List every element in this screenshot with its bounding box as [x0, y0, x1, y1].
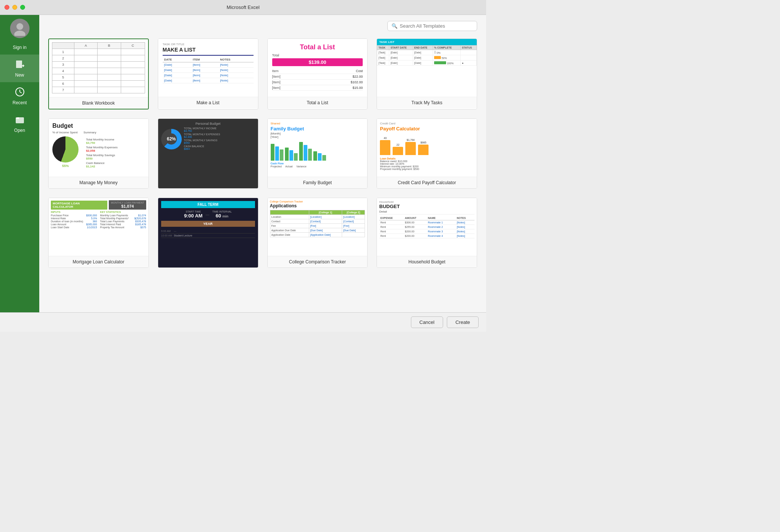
- new-icon: [15, 59, 25, 71]
- template-card-family-budget[interactable]: Shared Family Budget [Month][Year]: [267, 118, 368, 189]
- template-label-household-budget: Household Budget: [377, 256, 477, 267]
- template-preview-household-budget: Household BUDGET Detail EXPENSEAMOUNTNAM…: [377, 198, 477, 256]
- search-bar[interactable]: 🔍: [387, 21, 477, 31]
- new-label: New: [15, 72, 24, 78]
- template-card-household-budget[interactable]: Household BUDGET Detail EXPENSEAMOUNTNAM…: [377, 198, 477, 268]
- template-label-track-my-tasks: Track My Tasks: [377, 97, 477, 108]
- template-label-credit-card-payoff: Credit Card Payoff Calculator: [377, 177, 477, 188]
- template-preview-blank-workbook: A B C 1 2 3 4 5 6 7: [49, 39, 148, 97]
- main-layout: Sign in New Recent: [0, 15, 486, 312]
- maximize-button[interactable]: [20, 5, 25, 10]
- template-preview-personal-budget: Personal Budget 62% TOTAL MONTHLY INCOME…: [158, 119, 258, 188]
- cancel-button[interactable]: Cancel: [411, 316, 443, 328]
- template-label-personal-budget: Personal Budget: [158, 188, 258, 189]
- template-card-manage-my-money[interactable]: Budget % of Income Spent Summary 55% Tot…: [48, 118, 149, 189]
- template-card-college-comparison[interactable]: College Comparison Tracker Applications …: [267, 198, 368, 268]
- avatar: [10, 19, 30, 38]
- template-preview-college-comparison: College Comparison Tracker Applications …: [268, 198, 368, 256]
- titlebar-buttons: [4, 5, 25, 10]
- sidebar-item-new[interactable]: New: [0, 55, 39, 82]
- window-title: Microsoft Excel: [227, 4, 260, 10]
- sidebar-item-recent[interactable]: Recent: [0, 82, 39, 110]
- template-card-blank-workbook[interactable]: A B C 1 2 3 4 5 6 7 Blank Workbook: [48, 38, 149, 109]
- template-card-mortgage-loan[interactable]: MORTGAGE LOANCALCULATOR MONTHLY LOAN PAY…: [48, 198, 149, 268]
- titlebar: Microsoft Excel: [0, 0, 486, 15]
- template-label-total-a-list: Total a List: [268, 97, 368, 108]
- svg-line-7: [20, 92, 22, 93]
- template-preview-make-a-list: TASK OR TITLE MAKE A LIST DATEITEMNOTES …: [158, 39, 258, 97]
- template-preview-track-my-tasks: TASK LIST TASKSTART DATEEND DATE% COMPLE…: [377, 39, 477, 97]
- template-grid: A B C 1 2 3 4 5 6 7 Blank Workbook: [48, 38, 477, 268]
- svg-rect-2: [16, 61, 22, 68]
- template-label-college-comparison: College Comparison Tracker: [268, 256, 368, 267]
- template-card-track-my-tasks[interactable]: TASK LIST TASKSTART DATEEND DATE% COMPLE…: [377, 38, 477, 109]
- recent-icon: [15, 87, 25, 99]
- template-preview-total-a-list: Total a List Total $139.00 ItemCost [Ite…: [268, 39, 368, 97]
- search-bar-row: 🔍: [48, 21, 477, 31]
- close-button[interactable]: [4, 5, 9, 10]
- template-label-fall-term: Student Schedule: [158, 267, 258, 268]
- recent-label: Recent: [12, 100, 27, 105]
- minimize-button[interactable]: [12, 5, 17, 10]
- open-icon: [15, 114, 25, 126]
- template-preview-fall-term: FALL TERM START TIME 9:00 AM — TIME INTE…: [158, 198, 258, 267]
- sidebar-item-signin[interactable]: Sign in: [0, 40, 39, 55]
- template-preview-family-budget: Shared Family Budget [Month][Year]: [268, 119, 368, 177]
- template-label-blank-workbook: Blank Workbook: [49, 97, 148, 109]
- template-label-manage-my-money: Manage My Money: [49, 177, 148, 188]
- open-label: Open: [14, 128, 25, 133]
- search-input[interactable]: [400, 23, 473, 29]
- template-label-family-budget: Family Budget: [268, 177, 368, 188]
- create-button[interactable]: Create: [447, 316, 479, 328]
- template-preview-manage-my-money: Budget % of Income Spent Summary 55% Tot…: [49, 119, 148, 177]
- svg-point-1: [14, 31, 25, 36]
- template-card-make-a-list[interactable]: TASK OR TITLE MAKE A LIST DATEITEMNOTES …: [158, 38, 258, 109]
- bottom-bar: Cancel Create: [0, 312, 486, 332]
- template-card-fall-term[interactable]: FALL TERM START TIME 9:00 AM — TIME INTE…: [158, 198, 258, 268]
- template-card-personal-budget[interactable]: Personal Budget 62% TOTAL MONTHLY INCOME…: [158, 118, 258, 189]
- svg-point-0: [16, 23, 23, 30]
- template-label-make-a-list: Make a List: [158, 97, 258, 108]
- sidebar: Sign in New Recent: [0, 15, 39, 312]
- template-card-credit-card-payoff[interactable]: Credit Card Payoff Calculator 40 22 $1,7…: [377, 118, 477, 189]
- content-area: 🔍 A B C 1 2 3: [39, 15, 486, 312]
- user-avatar-icon: [12, 21, 27, 36]
- sidebar-item-open[interactable]: Open: [0, 110, 39, 137]
- template-preview-credit-card: Credit Card Payoff Calculator 40 22 $1,7…: [377, 119, 477, 177]
- template-label-mortgage-loan: Mortgage Loan Calculator: [49, 256, 148, 267]
- template-preview-mortgage-loan: MORTGAGE LOANCALCULATOR MONTHLY LOAN PAY…: [49, 198, 148, 256]
- signin-label: Sign in: [13, 45, 27, 50]
- search-icon: 🔍: [391, 23, 397, 29]
- template-card-total-a-list[interactable]: Total a List Total $139.00 ItemCost [Ite…: [267, 38, 368, 109]
